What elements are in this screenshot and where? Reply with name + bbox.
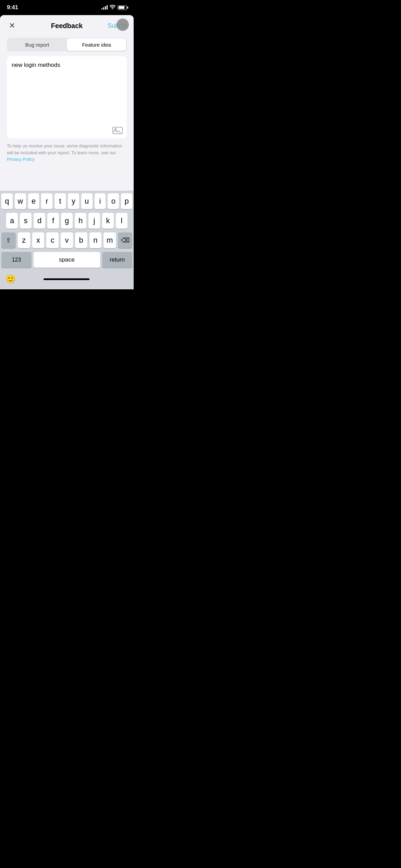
svg-point-1: [115, 129, 117, 130]
key-e[interactable]: e: [28, 193, 39, 209]
disclaimer-text: To help us resolve your issue, some diag…: [7, 143, 127, 163]
keyboard-row-1: q w e r t y u i o p: [0, 193, 134, 209]
key-t[interactable]: t: [54, 193, 66, 209]
keyboard-row-bottom: 123 space return: [0, 252, 134, 268]
close-button[interactable]: ✕: [7, 21, 17, 31]
segment-bug-report[interactable]: Bug report: [8, 38, 67, 51]
key-d[interactable]: d: [34, 213, 45, 229]
status-icons: [101, 5, 127, 10]
wifi-icon: [110, 5, 116, 10]
key-o[interactable]: o: [108, 193, 119, 209]
key-f[interactable]: f: [47, 213, 59, 229]
svg-rect-0: [113, 127, 122, 134]
key-c[interactable]: c: [46, 232, 59, 248]
key-k[interactable]: k: [102, 213, 114, 229]
key-z[interactable]: z: [18, 232, 30, 248]
key-g[interactable]: g: [61, 213, 73, 229]
avatar: [117, 19, 129, 31]
segment-feature-idea[interactable]: Feature idea: [67, 38, 126, 51]
app-container: ✕ Feedback Submit Bug report Feature ide…: [0, 15, 134, 289]
home-indicator: [44, 278, 89, 280]
key-space[interactable]: space: [34, 252, 100, 268]
key-m[interactable]: m: [104, 232, 116, 248]
close-icon: ✕: [9, 22, 15, 29]
key-j[interactable]: j: [88, 213, 100, 229]
status-time: 9:41: [7, 4, 18, 11]
status-bar: 9:41: [0, 0, 134, 15]
feedback-textarea[interactable]: new login methods: [12, 61, 122, 130]
shift-icon: ⇧: [6, 237, 11, 244]
key-l[interactable]: l: [116, 213, 127, 229]
signal-icon: [101, 5, 108, 10]
key-numbers[interactable]: 123: [1, 252, 32, 268]
key-u[interactable]: u: [81, 193, 93, 209]
header: ✕ Feedback Submit: [0, 15, 134, 34]
keyboard-row-2: a s d f g h j k l: [0, 213, 134, 229]
key-p[interactable]: p: [121, 193, 132, 209]
delete-icon: ⌫: [121, 237, 130, 244]
key-n[interactable]: n: [89, 232, 102, 248]
key-b[interactable]: b: [75, 232, 87, 248]
image-attach-button[interactable]: [112, 126, 123, 134]
key-shift[interactable]: ⇧: [1, 232, 16, 248]
key-return[interactable]: return: [102, 252, 132, 268]
key-w[interactable]: w: [15, 193, 26, 209]
key-y[interactable]: y: [68, 193, 79, 209]
key-s[interactable]: s: [20, 213, 32, 229]
key-h[interactable]: h: [75, 213, 86, 229]
key-a[interactable]: a: [6, 213, 18, 229]
battery-icon: [118, 5, 127, 10]
emoji-button[interactable]: 🙂: [5, 274, 16, 284]
key-x[interactable]: x: [32, 232, 45, 248]
key-q[interactable]: q: [1, 193, 13, 209]
privacy-policy-link[interactable]: Privacy Policy: [7, 157, 35, 162]
keyboard-row-3: ⇧ z x c v b n m ⌫: [0, 232, 134, 248]
feedback-textarea-container: new login methods: [7, 56, 127, 138]
keyboard-bottom-bar: 🙂: [0, 272, 134, 289]
key-i[interactable]: i: [95, 193, 106, 209]
key-v[interactable]: v: [61, 232, 73, 248]
keyboard: q w e r t y u i o p a s d f g h j k l ⇧: [0, 191, 134, 289]
key-delete[interactable]: ⌫: [118, 232, 132, 248]
page-title: Feedback: [51, 22, 83, 30]
key-r[interactable]: r: [41, 193, 52, 209]
segmented-control: Bug report Feature idea: [7, 38, 127, 51]
